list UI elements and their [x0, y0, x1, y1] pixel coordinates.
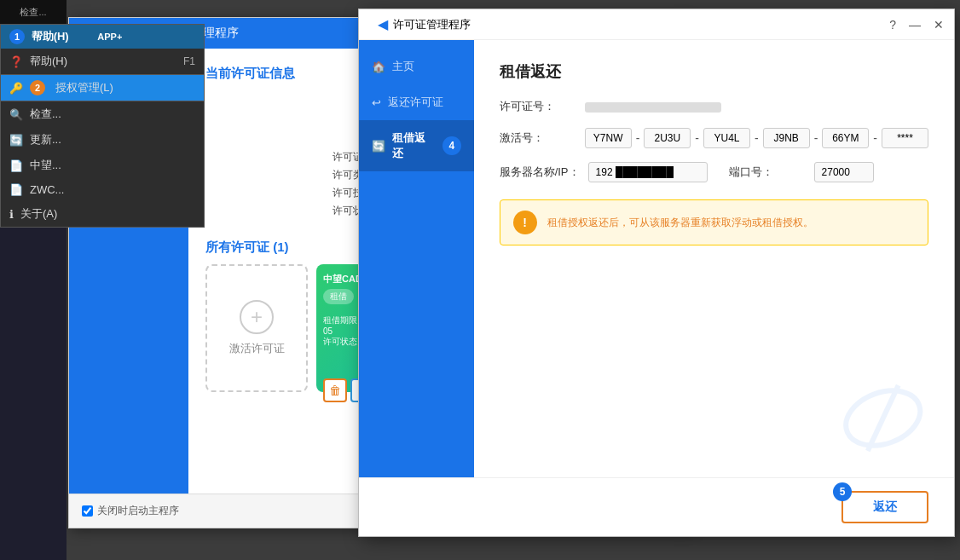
activation-input-2[interactable] — [703, 128, 750, 148]
badge-1: 1 — [9, 29, 25, 44]
startup-label: 关闭时启动主程序 — [97, 504, 179, 518]
activation-input-3[interactable] — [763, 128, 810, 148]
rental-rental-icon: 🔄 — [372, 140, 385, 153]
minimize-btn[interactable]: — — [909, 18, 921, 32]
cad-ap-label: 检查... — [20, 6, 46, 19]
check-label: 检查... — [30, 107, 61, 122]
rental-logo-icon: ◀ — [378, 16, 388, 32]
zwc-label: ZWC... — [30, 183, 64, 196]
license-num-form-label: 许可证号： — [500, 99, 576, 114]
zwc-icon: 📄 — [9, 183, 23, 196]
rental-titlebar: ◀ 许可证管理程序 ? — ✕ — [359, 9, 954, 40]
dropdown-zwcad[interactable]: 📄 中望... — [1, 153, 204, 178]
help-icon: ❓ — [9, 55, 23, 68]
dropdown-help[interactable]: ❓ 帮助(H) F1 — [1, 49, 204, 74]
dropdown-about[interactable]: ℹ 关于(A) — [1, 201, 204, 227]
rental-window: ◀ 许可证管理程序 ? — ✕ 🏠 主页 ↩ 返还许可证 🔄 租借返还 4 租借… — [358, 9, 955, 537]
activation-input-5[interactable] — [882, 128, 928, 148]
warning-text: 租借授权返还后，可从该服务器重新获取浮动或租借授权。 — [547, 216, 813, 230]
svg-point-0 — [838, 381, 928, 455]
activation-form-label: 激活号： — [500, 130, 576, 146]
delete-button[interactable]: 🗑 — [323, 378, 347, 402]
help-shortcut: F1 — [183, 55, 195, 67]
badge-4: 4 — [442, 136, 461, 155]
server-input[interactable] — [588, 162, 708, 182]
activation-input-0[interactable] — [585, 128, 632, 148]
license-label: 授权管理(L) — [55, 80, 113, 95]
about-label: 关于(A) — [20, 206, 57, 222]
zwcad-icon: 📄 — [9, 159, 23, 172]
card-rental-badge: 租借 — [323, 289, 354, 304]
help-btn[interactable]: ? — [889, 18, 896, 32]
cad-toolbar-top: 检查... — [0, 0, 67, 24]
close-btn[interactable]: ✕ — [934, 18, 944, 32]
form-row-activation: 激活号： - - - - - — [500, 128, 928, 148]
dropdown-header-label: 帮助(H) — [32, 30, 69, 43]
plus-icon: + — [240, 300, 274, 334]
rental-sidebar-home[interactable]: 🏠 主页 — [359, 49, 474, 84]
rental-return-icon: ↩ — [372, 96, 381, 109]
dropdown-license-mgmt[interactable]: 🔑 2 授权管理(L) — [1, 75, 204, 101]
license-num-form-blurred — [585, 102, 721, 113]
sep-0: - — [636, 131, 640, 145]
add-card-label: 激活许可证 — [229, 341, 285, 356]
rental-home-label: 主页 — [392, 59, 414, 74]
add-license-card[interactable]: + 激活许可证 — [205, 264, 308, 392]
dropdown-zwc[interactable]: 📄 ZWC... — [1, 178, 204, 201]
rental-rental-label: 租借返还 — [392, 130, 436, 161]
dropdown-app-plus: APP+ — [97, 32, 122, 42]
license-icon: 🔑 — [9, 82, 23, 95]
form-row-server: 服务器名称/IP： 端口号： — [500, 162, 928, 182]
zwcad-label: 中望... — [30, 158, 61, 173]
rental-sidebar-rental-return[interactable]: 🔄 租借返还 4 — [359, 120, 474, 171]
dropdown-check[interactable]: 🔍 检查... — [1, 101, 204, 127]
rental-footer: 返还 5 — [359, 477, 954, 536]
activation-input-1[interactable] — [644, 128, 691, 148]
return-btn-container: 返还 5 — [841, 491, 928, 523]
check-icon: 🔍 — [9, 108, 23, 121]
rental-return-label: 返还许可证 — [388, 95, 443, 110]
rental-sidebar: 🏠 主页 ↩ 返还许可证 🔄 租借返还 4 — [359, 40, 474, 477]
sep-4: - — [873, 131, 877, 145]
warning-box: ! 租借授权返还后，可从该服务器重新获取浮动或租借授权。 — [500, 199, 928, 245]
dropdown-update[interactable]: 🔄 更新... — [1, 127, 204, 153]
badge-5: 5 — [833, 482, 852, 501]
dropdown-menu: 1 帮助(H) APP+ ❓ 帮助(H) F1 🔑 2 授权管理(L) 🔍 检查… — [0, 24, 205, 228]
startup-checkbox[interactable] — [82, 505, 93, 517]
rental-window-title: 许可证管理程序 — [393, 17, 471, 32]
port-input[interactable] — [814, 162, 874, 182]
update-label: 更新... — [30, 132, 61, 147]
activation-input-4[interactable] — [822, 128, 869, 148]
sep-3: - — [814, 131, 818, 145]
warning-icon: ! — [513, 211, 537, 234]
rental-home-icon: 🏠 — [372, 61, 385, 73]
sep-2: - — [755, 131, 759, 145]
about-icon: ℹ — [9, 208, 14, 221]
rental-title-area: ◀ 许可证管理程序 — [378, 16, 471, 32]
port-form-label: 端口号： — [729, 165, 806, 180]
license-num-form-value — [585, 101, 721, 113]
activation-inputs: - - - - - — [585, 128, 928, 148]
svg-line-1 — [850, 385, 916, 451]
rental-sidebar-return-license[interactable]: ↩ 返还许可证 — [359, 84, 474, 120]
rental-body: 🏠 主页 ↩ 返还许可证 🔄 租借返还 4 租借返还 许可证号： — [359, 40, 954, 477]
server-form-label: 服务器名称/IP： — [500, 165, 580, 180]
help-label: 帮助(H) — [30, 54, 67, 69]
startup-checkbox-label[interactable]: 关闭时启动主程序 — [82, 504, 179, 518]
trash-icon: 🗑 — [329, 384, 341, 397]
rental-main-content: 租借返还 许可证号： 激活号： - - - - — [474, 40, 954, 477]
rental-return-title: 租借返还 — [500, 61, 928, 82]
return-button[interactable]: 返还 — [841, 491, 928, 523]
watermark — [831, 372, 940, 480]
dropdown-header: 1 帮助(H) APP+ — [1, 25, 204, 49]
sep-1: - — [695, 131, 699, 145]
form-row-license-num: 许可证号： — [500, 99, 928, 114]
badge-2: 2 — [30, 80, 45, 95]
update-icon: 🔄 — [9, 134, 23, 147]
